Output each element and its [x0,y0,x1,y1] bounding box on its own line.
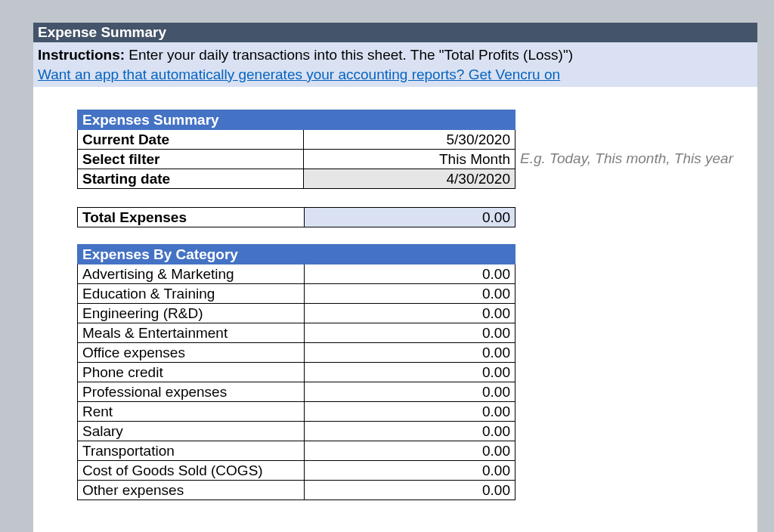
expenses-summary-table: Expenses Summary Current Date 5/30/2020 … [77,110,515,189]
category-label: Education & Training [78,284,305,304]
current-date-label: Current Date [78,130,304,150]
page-title: Expense Summary [33,23,757,42]
select-filter-label: Select filter [78,150,304,169]
instructions-block: Instructions: Enter your daily transacti… [33,42,757,87]
category-label: Transportation [78,441,305,461]
instructions-text: Enter your daily transactions into this … [125,47,573,63]
category-value: 0.00 [304,284,515,304]
filter-hint: E.g. Today, This month, This year [515,150,733,166]
starting-date-value[interactable]: 4/30/2020 [304,169,515,189]
category-value: 0.00 [304,323,515,343]
current-date-value[interactable]: 5/30/2020 [304,130,515,150]
category-label: Office expenses [78,343,305,363]
category-value: 0.00 [304,441,515,461]
vencru-link[interactable]: Want an app that automatically generates… [38,65,560,85]
total-expenses-label: Total Expenses [78,208,305,227]
spreadsheet-sheet: Expense Summary Instructions: Enter your… [33,23,757,532]
expenses-summary-header: Expenses Summary [78,110,515,130]
category-label: Meals & Entertainment [78,323,305,343]
category-label: Professional expenses [78,382,305,402]
category-label: Cost of Goods Sold (COGS) [78,461,305,481]
category-value: 0.00 [304,264,515,284]
category-label: Rent [78,402,305,422]
category-value: 0.00 [304,382,515,402]
category-label: Other expenses [78,481,305,500]
starting-date-label: Starting date [78,169,304,189]
expenses-by-category-header: Expenses By Category [78,245,515,264]
category-label: Engineering (R&D) [78,304,305,323]
category-value: 0.00 [304,363,515,382]
select-filter-value[interactable]: This Month [304,150,515,169]
category-value: 0.00 [304,461,515,481]
category-label: Advertising & Marketing [78,264,305,284]
category-value: 0.00 [304,304,515,323]
category-label: Phone credit [78,363,305,382]
total-expenses-value: 0.00 [304,208,515,227]
category-value: 0.00 [304,402,515,422]
category-value: 0.00 [304,422,515,441]
total-expenses-table: Total Expenses 0.00 [77,207,515,227]
expenses-by-category-table: Expenses By Category Advertising & Marke… [77,244,515,500]
category-value: 0.00 [304,481,515,500]
category-value: 0.00 [304,343,515,363]
content-area: Expenses Summary Current Date 5/30/2020 … [33,87,757,500]
instructions-label: Instructions: [38,47,125,63]
category-label: Salary [78,422,305,441]
